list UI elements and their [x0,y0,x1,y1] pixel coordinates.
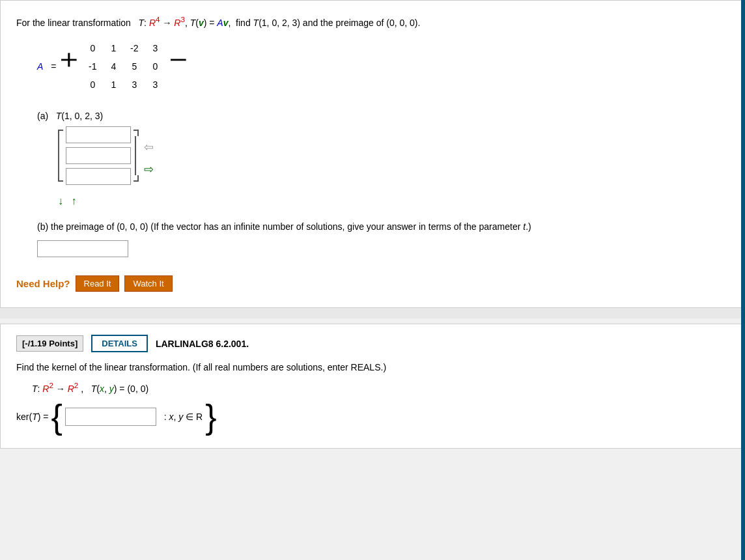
cell-1-2: 5 [126,61,142,72]
need-help-label: Need Help? [16,278,70,289]
problem-2-statement: Find the kernel of the linear transforma… [16,360,729,374]
left-brace: { [51,402,62,432]
cell-2-1: 1 [105,79,121,90]
cell-1-1: 4 [105,61,121,72]
read-it-button[interactable]: Read It [76,275,120,292]
equals-sign: = [48,61,59,72]
details-button[interactable]: DETAILS [91,335,148,352]
p2-x: x [100,384,104,394]
p2-y: y [109,384,114,394]
T-find: T [253,18,259,28]
part-a-label: (a) T(1, 0, 2, 3) [37,111,729,121]
arrow-left-icon: ⇦ [144,140,154,154]
ker-middle-text: : x, y ∈ R [162,412,203,422]
p2-text: Find the kernel of the linear transforma… [16,362,386,372]
watch-it-button[interactable]: Watch It [124,275,172,292]
p2-domain: R [42,384,49,394]
transform-definition: T: R2 → R2 , T(x, y) = (0, 0) [32,381,729,394]
A-label-inline: A [217,18,223,28]
matrix-grid: 0 1 -2 3 -1 4 5 0 0 1 3 3 [82,40,165,92]
part-a-letter: (a) [37,111,53,121]
divider [0,308,745,318]
problem-id: LARLINALG8 6.2.001. [156,339,249,349]
T-def: T [190,18,196,28]
cell-1-3: 0 [147,61,163,72]
problem-statement: For the linear transformation T: R4 → R3… [16,14,729,30]
vector-input-1[interactable] [66,126,131,143]
kernel-row: ker(T) = { : x, y ∈ R } [16,402,729,432]
vector-input-3[interactable] [66,168,131,185]
right-sidebar-bar [741,0,745,449]
preimage-input[interactable] [37,240,128,257]
problem-1: For the linear transformation T: R4 → R3… [0,0,745,308]
kernel-input[interactable] [65,408,156,426]
cell-0-2: -2 [126,43,142,53]
cell-0-1: 1 [105,43,121,53]
p2-codomain-exp: 2 [74,381,78,389]
part-b-text: (b) the preimage of (0, 0, 0) (If the ve… [37,220,729,234]
vector-input-2[interactable] [66,147,131,164]
ker-label: ker(T) = [16,412,48,422]
cell-2-2: 3 [126,79,142,90]
spacer [0,318,745,324]
problem-2-header: [-/1.19 Points] DETAILS LARLINALG8 6.2.0… [16,335,729,352]
statement-text: For the linear transformation [16,18,136,28]
arrow-right-icon: ⇨ [144,162,154,176]
cell-0-3: 3 [147,43,163,53]
matrix-container: A = ⁺ 0 1 -2 3 -1 4 5 0 0 1 3 3 ⁻ [37,40,189,92]
part-b-label: (b) the preimage of (0, 0, 0) (If the ve… [37,221,523,232]
cell-0-0: 0 [85,43,100,53]
vector-inputs [66,126,131,185]
p2-T: T [32,384,38,394]
matrix-A-label: A [37,61,43,72]
p2-codomain: R [68,384,74,394]
right-brace: } [205,402,216,432]
v-bold: v [199,18,204,28]
codomain: R [174,18,180,28]
need-help-row: Need Help? Read It Watch It [16,275,729,292]
matrix-bracket-right: ⁻ [168,47,189,86]
points-badge: [-/1.19 Points] [16,335,83,352]
problem-2: [-/1.19 Points] DETAILS LARLINALG8 6.2.0… [0,324,745,449]
matrix-bracket-left: ⁺ [59,47,79,86]
T-label: T [139,18,145,28]
sort-arrows: ↓ ↑ [58,195,729,207]
cell-1-0: -1 [85,61,100,72]
cell-2-0: 0 [85,79,100,90]
domain: R [149,18,156,28]
cell-2-3: 3 [147,79,163,90]
domain-exp: 4 [156,15,160,23]
vector-result-container [58,126,139,185]
p2-domain-exp: 2 [49,381,53,389]
arrow-container: ⇦ ⇨ [144,140,154,176]
